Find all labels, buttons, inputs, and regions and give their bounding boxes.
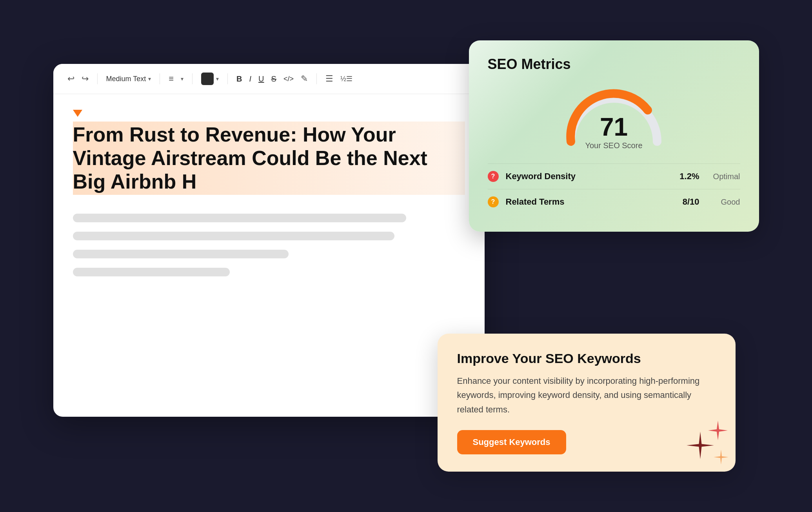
undo-icon[interactable]: ↩ xyxy=(67,74,74,84)
highlight-icon[interactable]: ✎ xyxy=(301,74,308,84)
placeholder-line xyxy=(73,232,394,240)
unordered-list-icon[interactable]: ☰ xyxy=(325,74,333,84)
toolbar-divider-4 xyxy=(227,73,228,84)
italic-button[interactable]: I xyxy=(249,74,252,84)
gauge-label: Your SEO Score xyxy=(585,141,642,150)
toolbar-divider-1 xyxy=(97,73,98,84)
metric-row-related-terms: ? Related Terms 8/10 Good xyxy=(488,189,740,214)
suggest-keywords-button[interactable]: Suggest Keywords xyxy=(457,430,566,454)
underline-button[interactable]: U xyxy=(258,74,264,84)
seo-metrics-card: SEO Metrics 71 Your SEO Score ? Keyword … xyxy=(469,40,759,232)
strikethrough-button[interactable]: S xyxy=(271,74,276,84)
sparkle-small-icon xyxy=(714,450,728,465)
sparkle-medium-icon xyxy=(708,421,728,440)
suggest-title: Improve Your SEO Keywords xyxy=(457,351,716,366)
color-chevron-icon: ▾ xyxy=(216,76,219,82)
keyword-density-icon: ? xyxy=(488,171,499,182)
related-terms-icon: ? xyxy=(488,196,499,207)
keyword-density-label: Keyword Density xyxy=(506,171,680,182)
toolbar-divider-5 xyxy=(316,73,317,84)
align-chevron-icon: ▾ xyxy=(181,76,183,82)
toolbar-divider-2 xyxy=(160,73,160,84)
placeholder-line xyxy=(73,250,289,258)
metric-row-keyword-density: ? Keyword Density 1.2% Optimal xyxy=(488,163,740,189)
cursor-indicator xyxy=(73,110,82,117)
chevron-down-icon: ▾ xyxy=(148,76,151,82)
editor-content[interactable]: From Rust to Revenue: How Your Vintage A… xyxy=(53,94,485,292)
color-box[interactable] xyxy=(201,73,214,85)
related-terms-status: Good xyxy=(705,198,740,207)
keyword-density-status: Optimal xyxy=(705,172,740,181)
redo-icon[interactable]: ↪ xyxy=(82,74,89,84)
related-terms-value: 8/10 xyxy=(683,197,699,207)
toolbar: ↩ ↪ Medium Text ▾ ≡ ▾ ▾ B I xyxy=(53,64,485,94)
keyword-density-value: 1.2% xyxy=(679,171,699,182)
align-icon[interactable]: ≡ xyxy=(169,74,174,84)
gauge-score: 71 xyxy=(585,114,642,140)
seo-metrics-title: SEO Metrics xyxy=(488,56,740,73)
suggest-keywords-card: Improve Your SEO Keywords Enhance your c… xyxy=(438,334,736,472)
placeholder-line xyxy=(73,268,230,276)
code-button[interactable]: </> xyxy=(283,75,294,83)
ordered-list-icon[interactable]: ½☰ xyxy=(340,74,352,83)
font-size-label: Medium Text xyxy=(106,75,146,83)
toolbar-divider-3 xyxy=(192,73,193,84)
article-title: From Rust to Revenue: How Your Vintage A… xyxy=(73,122,465,195)
suggest-description: Enhance your content visibility by incor… xyxy=(457,374,716,417)
related-terms-label: Related Terms xyxy=(506,197,683,207)
placeholder-lines xyxy=(73,214,465,276)
font-size-dropdown[interactable]: Medium Text ▾ xyxy=(106,75,151,83)
editor-card: ↩ ↪ Medium Text ▾ ≡ ▾ ▾ B I xyxy=(53,64,485,417)
gauge-center: 71 Your SEO Score xyxy=(585,114,642,150)
metrics-list: ? Keyword Density 1.2% Optimal ? Related… xyxy=(488,163,740,214)
bold-button[interactable]: B xyxy=(236,74,242,84)
color-picker[interactable]: ▾ xyxy=(201,73,219,85)
gauge-container: 71 Your SEO Score xyxy=(488,87,740,149)
placeholder-line xyxy=(73,214,406,222)
